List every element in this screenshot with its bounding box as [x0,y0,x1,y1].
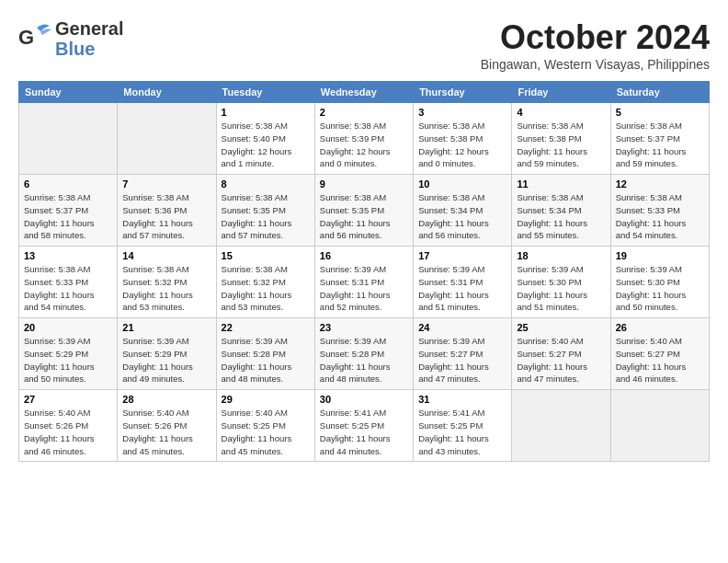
day-number: 8 [222,178,310,190]
day-detail: Sunrise: 5:38 AM Sunset: 5:40 PM Dayligh… [222,120,310,170]
day-number: 20 [24,322,112,333]
calendar-cell: 12Sunrise: 5:38 AM Sunset: 5:33 PM Dayli… [610,175,709,247]
day-number: 24 [418,322,506,333]
day-detail: Sunrise: 5:41 AM Sunset: 5:25 PM Dayligh… [418,407,506,457]
weekday-header-monday: Monday [118,82,216,103]
calendar-cell: 8Sunrise: 5:38 AM Sunset: 5:35 PM Daylig… [216,175,314,247]
calendar-cell: 29Sunrise: 5:40 AM Sunset: 5:25 PM Dayli… [216,390,314,462]
calendar-cell: 20Sunrise: 5:39 AM Sunset: 5:29 PM Dayli… [19,318,118,390]
weekday-header-saturday: Saturday [610,82,709,103]
day-detail: Sunrise: 5:39 AM Sunset: 5:31 PM Dayligh… [418,263,506,314]
day-number: 7 [122,178,210,190]
day-number: 9 [320,178,408,190]
day-detail: Sunrise: 5:38 AM Sunset: 5:39 PM Dayligh… [320,120,408,170]
calendar-cell: 14Sunrise: 5:38 AM Sunset: 5:32 PM Dayli… [118,247,216,318]
day-detail: Sunrise: 5:41 AM Sunset: 5:25 PM Dayligh… [320,407,408,457]
calendar-cell: 28Sunrise: 5:40 AM Sunset: 5:26 PM Dayli… [118,390,216,462]
day-detail: Sunrise: 5:38 AM Sunset: 5:33 PM Dayligh… [616,191,704,242]
logo: G General Blue [18,18,123,59]
page-header: G General Blue October 2024 Bingawan, We… [18,18,710,72]
calendar-cell: 6Sunrise: 5:38 AM Sunset: 5:37 PM Daylig… [19,175,118,247]
calendar-week-row: 20Sunrise: 5:39 AM Sunset: 5:29 PM Dayli… [19,318,710,390]
calendar-cell: 21Sunrise: 5:39 AM Sunset: 5:29 PM Dayli… [118,318,216,390]
calendar-cell: 13Sunrise: 5:38 AM Sunset: 5:33 PM Dayli… [19,247,118,318]
day-number: 6 [24,178,112,190]
day-number: 18 [517,250,605,261]
day-number: 16 [320,250,408,261]
calendar-week-row: 13Sunrise: 5:38 AM Sunset: 5:33 PM Dayli… [19,247,710,318]
weekday-header-thursday: Thursday [414,82,512,103]
day-detail: Sunrise: 5:40 AM Sunset: 5:26 PM Dayligh… [122,407,210,457]
day-detail: Sunrise: 5:39 AM Sunset: 5:29 PM Dayligh… [24,335,112,385]
day-number: 4 [517,107,605,118]
weekday-header-sunday: Sunday [19,82,118,103]
calendar-cell: 3Sunrise: 5:38 AM Sunset: 5:38 PM Daylig… [414,103,512,175]
day-detail: Sunrise: 5:39 AM Sunset: 5:30 PM Dayligh… [517,263,605,314]
calendar-cell: 11Sunrise: 5:38 AM Sunset: 5:34 PM Dayli… [512,175,610,247]
calendar-cell: 30Sunrise: 5:41 AM Sunset: 5:25 PM Dayli… [314,390,413,462]
day-number: 5 [616,107,704,118]
day-number: 27 [24,394,112,405]
location: Bingawan, Western Visayas, Philippines [481,57,710,72]
calendar-cell: 1Sunrise: 5:38 AM Sunset: 5:40 PM Daylig… [216,103,314,175]
calendar-week-row: 27Sunrise: 5:40 AM Sunset: 5:26 PM Dayli… [19,390,710,462]
calendar-cell: 10Sunrise: 5:38 AM Sunset: 5:34 PM Dayli… [414,175,512,247]
day-detail: Sunrise: 5:38 AM Sunset: 5:35 PM Dayligh… [320,191,408,242]
weekday-header-wednesday: Wednesday [314,82,413,103]
day-detail: Sunrise: 5:38 AM Sunset: 5:34 PM Dayligh… [418,191,506,242]
day-detail: Sunrise: 5:38 AM Sunset: 5:37 PM Dayligh… [24,191,112,242]
day-detail: Sunrise: 5:40 AM Sunset: 5:25 PM Dayligh… [222,407,310,457]
day-number: 25 [517,322,605,333]
day-detail: Sunrise: 5:39 AM Sunset: 5:28 PM Dayligh… [320,335,408,385]
calendar-cell: 9Sunrise: 5:38 AM Sunset: 5:35 PM Daylig… [314,175,413,247]
day-number: 26 [616,322,704,333]
calendar-week-row: 1Sunrise: 5:38 AM Sunset: 5:40 PM Daylig… [19,103,710,175]
logo-blue: Blue [55,39,123,59]
day-detail: Sunrise: 5:38 AM Sunset: 5:36 PM Dayligh… [122,191,210,242]
calendar-cell: 17Sunrise: 5:39 AM Sunset: 5:31 PM Dayli… [414,247,512,318]
calendar-cell: 23Sunrise: 5:39 AM Sunset: 5:28 PM Dayli… [314,318,413,390]
calendar-cell: 7Sunrise: 5:38 AM Sunset: 5:36 PM Daylig… [118,175,216,247]
day-detail: Sunrise: 5:40 AM Sunset: 5:27 PM Dayligh… [517,335,605,385]
day-number: 29 [222,394,310,405]
calendar-cell: 27Sunrise: 5:40 AM Sunset: 5:26 PM Dayli… [19,390,118,462]
day-number: 13 [24,250,112,261]
day-detail: Sunrise: 5:38 AM Sunset: 5:38 PM Dayligh… [418,120,506,170]
calendar-cell [512,390,610,462]
title-block: October 2024 Bingawan, Western Visayas, … [481,18,710,72]
weekday-header-friday: Friday [512,82,610,103]
day-detail: Sunrise: 5:38 AM Sunset: 5:32 PM Dayligh… [222,263,310,314]
day-detail: Sunrise: 5:39 AM Sunset: 5:31 PM Dayligh… [320,263,408,314]
day-detail: Sunrise: 5:39 AM Sunset: 5:28 PM Dayligh… [222,335,310,385]
day-number: 11 [517,178,605,190]
calendar-week-row: 6Sunrise: 5:38 AM Sunset: 5:37 PM Daylig… [19,175,710,247]
calendar-cell: 19Sunrise: 5:39 AM Sunset: 5:30 PM Dayli… [610,247,709,318]
day-number: 1 [222,107,310,118]
calendar-cell: 4Sunrise: 5:38 AM Sunset: 5:38 PM Daylig… [512,103,610,175]
day-detail: Sunrise: 5:40 AM Sunset: 5:26 PM Dayligh… [24,407,112,457]
calendar-cell [610,390,709,462]
svg-text:G: G [18,26,34,49]
day-number: 14 [122,250,210,261]
day-detail: Sunrise: 5:39 AM Sunset: 5:30 PM Dayligh… [616,263,704,314]
calendar-cell: 18Sunrise: 5:39 AM Sunset: 5:30 PM Dayli… [512,247,610,318]
day-number: 22 [222,322,310,333]
calendar-header-row: SundayMondayTuesdayWednesdayThursdayFrid… [19,82,710,103]
day-number: 30 [320,394,408,405]
day-number: 28 [122,394,210,405]
month-title: October 2024 [481,18,710,57]
day-number: 12 [616,178,704,190]
day-number: 10 [418,178,506,190]
day-number: 21 [122,322,210,333]
calendar-cell: 26Sunrise: 5:40 AM Sunset: 5:27 PM Dayli… [610,318,709,390]
day-detail: Sunrise: 5:38 AM Sunset: 5:32 PM Dayligh… [122,263,210,314]
day-number: 23 [320,322,408,333]
day-detail: Sunrise: 5:38 AM Sunset: 5:37 PM Dayligh… [616,120,704,170]
weekday-header-tuesday: Tuesday [216,82,314,103]
calendar-table: SundayMondayTuesdayWednesdayThursdayFrid… [18,81,710,462]
day-detail: Sunrise: 5:38 AM Sunset: 5:38 PM Dayligh… [517,120,605,170]
calendar-cell [118,103,216,175]
calendar-cell: 25Sunrise: 5:40 AM Sunset: 5:27 PM Dayli… [512,318,610,390]
calendar-cell: 22Sunrise: 5:39 AM Sunset: 5:28 PM Dayli… [216,318,314,390]
day-number: 31 [418,394,506,405]
